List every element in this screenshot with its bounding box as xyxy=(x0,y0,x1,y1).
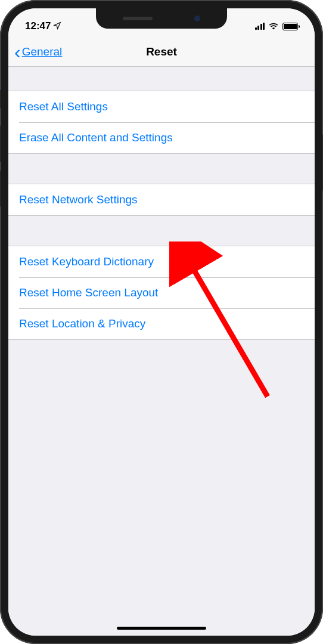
reset-location-privacy-item[interactable]: Reset Location & Privacy xyxy=(8,308,315,339)
content-area: Reset All Settings Erase All Content and… xyxy=(8,67,315,636)
phone-screen: 12:47 xyxy=(8,8,315,636)
navigation-bar: ‹ General Reset xyxy=(8,37,315,67)
list-item-label: Reset Location & Privacy xyxy=(19,317,145,330)
reset-section-2: Reset Network Settings xyxy=(8,184,315,216)
status-right xyxy=(255,22,299,30)
volume-down-button xyxy=(0,170,1,207)
battery-icon xyxy=(282,23,298,30)
home-indicator[interactable] xyxy=(117,627,206,630)
mute-switch xyxy=(0,89,1,109)
status-time: 12:47 xyxy=(25,20,51,32)
back-button[interactable]: ‹ General xyxy=(14,42,62,61)
phone-frame: 12:47 xyxy=(0,0,323,644)
section-spacer xyxy=(8,154,315,184)
reset-section-1: Reset All Settings Erase All Content and… xyxy=(8,91,315,154)
page-title: Reset xyxy=(146,45,177,58)
notch xyxy=(96,8,227,29)
erase-all-content-item[interactable]: Erase All Content and Settings xyxy=(8,122,315,153)
chevron-left-icon: ‹ xyxy=(14,42,21,61)
section-spacer xyxy=(8,216,315,246)
list-item-label: Reset Home Screen Layout xyxy=(19,286,158,299)
list-item-label: Erase All Content and Settings xyxy=(19,131,173,144)
list-item-label: Reset Keyboard Dictionary xyxy=(19,255,154,268)
back-label: General xyxy=(22,45,63,58)
reset-home-screen-layout-item[interactable]: Reset Home Screen Layout xyxy=(8,277,315,308)
reset-network-settings-item[interactable]: Reset Network Settings xyxy=(8,184,315,215)
location-services-icon xyxy=(53,21,61,32)
list-item-label: Reset Network Settings xyxy=(19,193,138,206)
reset-section-3: Reset Keyboard Dictionary Reset Home Scr… xyxy=(8,246,315,340)
reset-all-settings-item[interactable]: Reset All Settings xyxy=(8,91,315,122)
wifi-icon xyxy=(268,22,279,30)
list-item-label: Reset All Settings xyxy=(19,100,108,113)
cellular-signal-icon xyxy=(255,23,265,30)
reset-keyboard-dictionary-item[interactable]: Reset Keyboard Dictionary xyxy=(8,246,315,277)
status-left: 12:47 xyxy=(25,20,61,32)
section-spacer xyxy=(8,67,315,91)
volume-up-button xyxy=(0,125,1,162)
